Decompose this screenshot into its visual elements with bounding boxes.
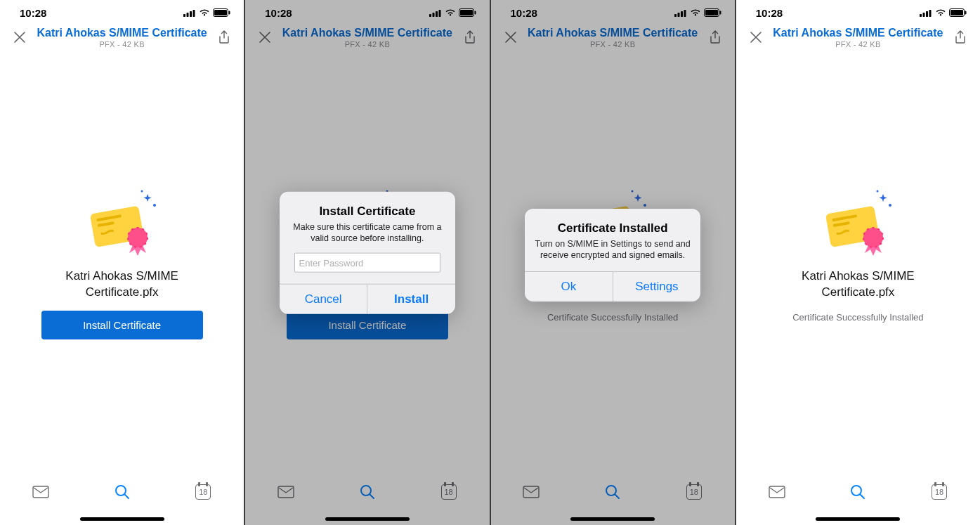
screen-initial: 10:28 Katri Ahokas S/MIME Certificate PF…	[0, 0, 245, 525]
close-icon[interactable]	[255, 27, 275, 47]
svg-rect-30	[278, 486, 294, 498]
svg-rect-19	[438, 10, 440, 17]
svg-rect-37	[705, 10, 718, 15]
status-icons	[674, 8, 722, 17]
svg-rect-18	[436, 11, 438, 17]
svg-rect-16	[429, 14, 431, 17]
close-icon[interactable]	[10, 27, 30, 47]
svg-rect-0	[183, 14, 185, 17]
file-header: Katri Ahokas S/MIME Certificate PFX - 42…	[736, 21, 980, 56]
alert-cancel-button[interactable]: Cancel	[280, 285, 367, 314]
svg-point-44	[643, 204, 646, 207]
svg-rect-21	[460, 10, 473, 15]
svg-rect-2	[190, 11, 192, 17]
share-icon[interactable]	[460, 27, 480, 47]
search-tab-icon[interactable]	[847, 483, 868, 501]
screen-password-prompt: 10:28 Katri Ahokas S/MIME Certificate PF…	[245, 0, 490, 525]
file-header: Katri Ahokas S/MIME Certificate PFX - 42…	[491, 21, 735, 56]
status-bar: 10:28	[736, 0, 980, 21]
mail-tab-icon[interactable]	[30, 483, 51, 501]
mail-tab-icon[interactable]	[521, 483, 542, 501]
alert-message: Turn on S/MIME in Settings to send and r…	[535, 238, 691, 262]
screen-installed-final: 10:28 Katri Ahokas S/MIME Certificate PF…	[736, 0, 980, 525]
screen-installed-prompt: 10:28 Katri Ahokas S/MIME Certificate PF…	[491, 0, 736, 525]
status-bar: 10:28	[0, 0, 244, 21]
svg-rect-34	[681, 11, 683, 17]
status-time: 10:28	[20, 7, 46, 19]
mail-tab-icon[interactable]	[766, 483, 788, 501]
close-icon[interactable]	[746, 27, 766, 47]
status-icons	[920, 8, 967, 17]
certificate-illustration-icon	[816, 190, 900, 260]
share-icon[interactable]	[950, 27, 970, 47]
svg-rect-17	[432, 13, 434, 17]
install-success-label: Certificate Successfully Installed	[547, 312, 678, 323]
home-indicator[interactable]	[80, 517, 164, 521]
alert-title: Install Certificate	[289, 204, 445, 218]
share-icon[interactable]	[214, 27, 234, 47]
certificate-filename: Katri Ahokas S/MIME Certificate.pfx	[780, 268, 935, 301]
status-time: 10:28	[265, 7, 292, 19]
header-title: Katri Ahokas S/MIME Certificate	[521, 26, 705, 39]
svg-rect-54	[965, 11, 967, 15]
header-subtitle: PFX - 42 KB	[275, 40, 459, 48]
svg-rect-33	[677, 13, 679, 17]
svg-rect-49	[923, 13, 925, 17]
calendar-tab-icon[interactable]: 18	[192, 483, 214, 501]
svg-rect-14	[33, 486, 48, 498]
svg-rect-62	[769, 486, 785, 498]
mail-tab-icon[interactable]	[275, 483, 296, 501]
file-header: Katri Ahokas S/MIME Certificate PFX - 42…	[0, 21, 244, 56]
svg-rect-5	[214, 10, 227, 15]
search-tab-icon[interactable]	[112, 483, 133, 501]
alert-title: Certificate Installed	[535, 221, 691, 235]
status-bar: 10:28	[245, 0, 489, 21]
alert-ok-button[interactable]: Ok	[525, 272, 613, 302]
install-certificate-alert: Install Certificate Make sure this certi…	[280, 191, 455, 314]
calendar-tab-icon[interactable]: 18	[684, 483, 705, 501]
svg-rect-1	[187, 13, 189, 17]
svg-rect-32	[674, 14, 677, 17]
certificate-installed-alert: Certificate Installed Turn on S/MIME in …	[525, 209, 700, 302]
status-icons	[429, 8, 477, 17]
share-icon[interactable]	[705, 27, 725, 47]
svg-rect-6	[229, 11, 230, 15]
svg-point-45	[632, 190, 634, 193]
home-indicator[interactable]	[816, 517, 900, 521]
status-bar: 10:28	[491, 0, 735, 21]
install-certificate-button[interactable]: Install Certificate	[287, 311, 448, 339]
header-title: Katri Ahokas S/MIME Certificate	[766, 26, 950, 39]
home-indicator[interactable]	[325, 517, 410, 521]
close-icon[interactable]	[501, 27, 521, 47]
calendar-tab-icon[interactable]: 18	[929, 483, 950, 501]
header-subtitle: PFX - 42 KB	[521, 40, 705, 48]
svg-rect-3	[193, 10, 195, 17]
svg-point-61	[877, 190, 879, 193]
svg-point-60	[889, 204, 891, 207]
alert-install-button[interactable]: Install	[367, 285, 455, 314]
alert-settings-button[interactable]: Settings	[613, 272, 701, 302]
calendar-tab-icon[interactable]: 18	[438, 483, 459, 501]
svg-rect-38	[719, 11, 721, 15]
header-subtitle: PFX - 42 KB	[30, 40, 214, 48]
svg-point-12	[153, 204, 156, 207]
svg-rect-35	[684, 10, 686, 17]
svg-rect-53	[950, 10, 963, 15]
search-tab-icon[interactable]	[602, 483, 623, 501]
certificate-illustration-icon	[80, 190, 164, 260]
alert-message: Make sure this certificate came from a v…	[289, 221, 445, 245]
status-time: 10:28	[756, 7, 783, 19]
certificate-password-input[interactable]	[294, 253, 441, 273]
search-tab-icon[interactable]	[357, 483, 378, 501]
svg-rect-50	[926, 11, 928, 17]
install-certificate-button[interactable]: Install Certificate	[41, 311, 203, 339]
home-indicator[interactable]	[570, 517, 655, 521]
file-header: Katri Ahokas S/MIME Certificate PFX - 42…	[245, 21, 489, 56]
svg-rect-46	[523, 486, 539, 498]
install-success-label: Certificate Successfully Installed	[792, 312, 923, 323]
svg-rect-51	[929, 10, 932, 17]
svg-point-13	[141, 190, 143, 193]
status-time: 10:28	[511, 7, 537, 19]
certificate-filename: Katri Ahokas S/MIME Certificate.pfx	[45, 268, 200, 301]
header-subtitle: PFX - 42 KB	[766, 40, 950, 48]
